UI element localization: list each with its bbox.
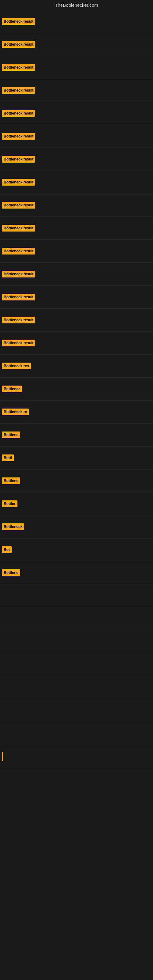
bottleneck-badge: Bottleneck result <box>2 225 35 232</box>
bottleneck-badge: Bottlene <box>2 569 20 576</box>
table-row: Bottleneck result <box>0 332 153 355</box>
bottleneck-badge: Bottleneck result <box>2 294 35 301</box>
table-row: Bottleneck result <box>0 125 153 148</box>
bottleneck-badge: Bottlenec <box>2 385 22 392</box>
table-row: Bottleneck result <box>0 33 153 56</box>
table-row <box>0 676 153 699</box>
bottleneck-badge: Bottleneck result <box>2 87 35 94</box>
table-row <box>0 584 153 607</box>
table-row: Bottl <box>0 447 153 469</box>
table-row: Bottler <box>0 492 153 515</box>
bar-indicator <box>2 752 3 761</box>
site-header: TheBottlenecker.com <box>0 0 153 10</box>
table-row: Bottleneck result <box>0 10 153 33</box>
table-row <box>0 607 153 630</box>
bottleneck-badge: Bottleneck result <box>2 317 35 323</box>
bottleneck-badge: Bot <box>2 546 12 553</box>
bottleneck-badge: Bottleneck result <box>2 202 35 208</box>
table-row: Bottleneck <box>0 515 153 538</box>
bottleneck-badge: Bottleneck result <box>2 18 35 25</box>
table-row <box>0 653 153 676</box>
table-row: Bottlene <box>0 423 153 447</box>
table-row: Bottleneck result <box>0 102 153 125</box>
bottleneck-badge: Bottlene <box>2 477 20 484</box>
table-row: Bot <box>0 538 153 562</box>
bottleneck-badge: Bottlene <box>2 431 20 438</box>
bottleneck-badge: Bottleneck result <box>2 340 35 346</box>
bottleneck-badge: Bottl <box>2 455 14 461</box>
table-row: Bottlene <box>0 469 153 492</box>
table-row: Bottleneck result <box>0 240 153 263</box>
table-row <box>0 630 153 653</box>
bottleneck-badge: Bottler <box>2 500 18 507</box>
bottleneck-badge: Bottleneck <box>2 523 24 530</box>
bottleneck-badge: Bottleneck result <box>2 179 35 186</box>
bottleneck-badge: Bottleneck result <box>2 41 35 48</box>
bottleneck-badge: Bottleneck result <box>2 133 35 140</box>
bottom-spacer <box>0 768 153 891</box>
table-row <box>0 745 153 768</box>
table-row: Bottlenec <box>0 378 153 401</box>
table-row <box>0 722 153 745</box>
table-row: Bottleneck re <box>0 401 153 423</box>
table-row: Bottleneck result <box>0 56 153 79</box>
table-row: Bottleneck result <box>0 217 153 240</box>
bottleneck-badge: Bottleneck res <box>2 363 31 369</box>
table-row: Bottleneck result <box>0 148 153 171</box>
site-title: TheBottlenecker.com <box>55 2 98 8</box>
table-row: Bottleneck result <box>0 263 153 286</box>
bottleneck-badge: Bottleneck result <box>2 271 35 277</box>
table-row <box>0 699 153 722</box>
table-row: Bottleneck res <box>0 355 153 378</box>
table-row: Bottleneck result <box>0 194 153 217</box>
bottleneck-badge: Bottleneck re <box>2 409 29 415</box>
bottleneck-badge: Bottleneck result <box>2 64 35 71</box>
table-row: Bottleneck result <box>0 79 153 102</box>
bottleneck-badge: Bottleneck result <box>2 110 35 117</box>
table-row: Bottleneck result <box>0 309 153 332</box>
table-row: Bottlene <box>0 562 153 584</box>
bottleneck-badge: Bottleneck result <box>2 248 35 255</box>
bottleneck-badge: Bottleneck result <box>2 156 35 162</box>
table-row: Bottleneck result <box>0 286 153 309</box>
table-row: Bottleneck result <box>0 171 153 194</box>
